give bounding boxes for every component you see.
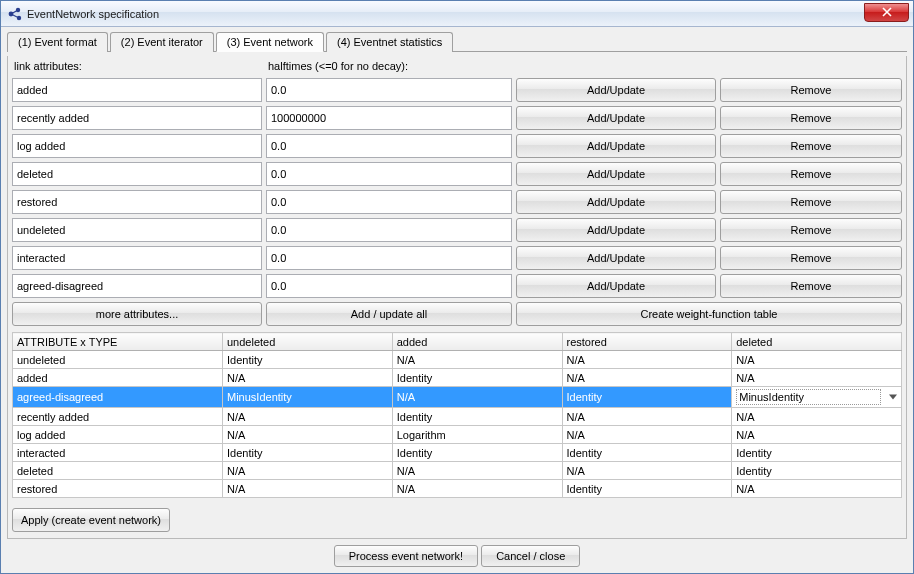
- table-cell[interactable]: Identity: [732, 462, 902, 480]
- table-row[interactable]: agreed-disagreedMinusIdentityN/AIdentity…: [13, 387, 902, 408]
- table-row-header[interactable]: recently added: [13, 408, 223, 426]
- remove-button[interactable]: Remove: [720, 218, 902, 242]
- table-row[interactable]: restoredN/AN/AIdentityN/A: [13, 480, 902, 498]
- table-row[interactable]: interactedIdentityIdentityIdentityIdenti…: [13, 444, 902, 462]
- table-cell[interactable]: N/A: [392, 480, 562, 498]
- tab-eventnet-statistics[interactable]: (4) Eventnet statistics: [326, 32, 453, 52]
- main-window: EventNetwork specification (1) Event for…: [0, 0, 914, 574]
- halftime-input[interactable]: [266, 190, 512, 214]
- table-cell[interactable]: N/A: [562, 462, 732, 480]
- add-update-all-button[interactable]: Add / update all: [266, 302, 512, 326]
- add-update-button[interactable]: Add/Update: [516, 134, 716, 158]
- add-update-button[interactable]: Add/Update: [516, 190, 716, 214]
- table-cell[interactable]: Identity: [562, 387, 732, 408]
- table-cell[interactable]: N/A: [392, 387, 562, 408]
- table-cell[interactable]: N/A: [562, 369, 732, 387]
- table-corner-header[interactable]: ATTRIBUTE x TYPE: [13, 333, 223, 351]
- tab-event-format[interactable]: (1) Event format: [7, 32, 108, 52]
- table-row[interactable]: addedN/AIdentityN/AN/A: [13, 369, 902, 387]
- table-cell[interactable]: Identity: [392, 408, 562, 426]
- create-weight-table-button[interactable]: Create weight-function table: [516, 302, 902, 326]
- table-cell[interactable]: MinusIdentity: [223, 387, 393, 408]
- table-cell[interactable]: N/A: [732, 480, 902, 498]
- more-attributes-button[interactable]: more attributes...: [12, 302, 262, 326]
- table-cell[interactable]: N/A: [392, 351, 562, 369]
- attribute-name-cell: restored: [12, 190, 262, 214]
- table-row-header[interactable]: undeleted: [13, 351, 223, 369]
- tab-event-network[interactable]: (3) Event network: [216, 32, 324, 52]
- add-update-button[interactable]: Add/Update: [516, 274, 716, 298]
- table-cell[interactable]: N/A: [562, 408, 732, 426]
- remove-button[interactable]: Remove: [720, 106, 902, 130]
- table-cell[interactable]: N/A: [732, 408, 902, 426]
- table-cell[interactable]: N/A: [562, 426, 732, 444]
- table-col-header[interactable]: added: [392, 333, 562, 351]
- table-row[interactable]: log addedN/ALogarithmN/AN/A: [13, 426, 902, 444]
- add-update-button[interactable]: Add/Update: [516, 106, 716, 130]
- table-cell[interactable]: Identity: [732, 444, 902, 462]
- add-update-button[interactable]: Add/Update: [516, 246, 716, 270]
- attribute-name-cell: undeleted: [12, 218, 262, 242]
- halftime-input[interactable]: [266, 106, 512, 130]
- table-cell[interactable]: Identity: [562, 480, 732, 498]
- weight-function-combo[interactable]: MinusIdentity: [732, 387, 902, 408]
- table-cell[interactable]: N/A: [562, 351, 732, 369]
- table-cell[interactable]: N/A: [223, 369, 393, 387]
- weight-function-table[interactable]: ATTRIBUTE x TYPE undeleted added restore…: [12, 332, 902, 498]
- table-row[interactable]: deletedN/AN/AN/AIdentity: [13, 462, 902, 480]
- table-row-header[interactable]: added: [13, 369, 223, 387]
- table-cell[interactable]: N/A: [732, 369, 902, 387]
- table-row-header[interactable]: log added: [13, 426, 223, 444]
- tab-event-iterator[interactable]: (2) Event iterator: [110, 32, 214, 52]
- table-cell[interactable]: Logarithm: [392, 426, 562, 444]
- table-cell[interactable]: N/A: [223, 462, 393, 480]
- remove-button[interactable]: Remove: [720, 246, 902, 270]
- apply-button[interactable]: Apply (create event network): [12, 508, 170, 532]
- remove-button[interactable]: Remove: [720, 274, 902, 298]
- table-cell[interactable]: Identity: [392, 444, 562, 462]
- table-cell[interactable]: N/A: [223, 408, 393, 426]
- halftime-input[interactable]: [266, 274, 512, 298]
- add-update-button[interactable]: Add/Update: [516, 78, 716, 102]
- table-cell[interactable]: Identity: [392, 369, 562, 387]
- table-cell[interactable]: N/A: [732, 426, 902, 444]
- window-title: EventNetwork specification: [27, 8, 159, 20]
- table-row-header[interactable]: agreed-disagreed: [13, 387, 223, 408]
- remove-button[interactable]: Remove: [720, 162, 902, 186]
- table-row[interactable]: undeletedIdentityN/AN/AN/A: [13, 351, 902, 369]
- table-cell[interactable]: N/A: [732, 351, 902, 369]
- add-update-button[interactable]: Add/Update: [516, 218, 716, 242]
- remove-button[interactable]: Remove: [720, 78, 902, 102]
- table-cell[interactable]: N/A: [223, 426, 393, 444]
- halftime-input[interactable]: [266, 134, 512, 158]
- table-col-header[interactable]: undeleted: [223, 333, 393, 351]
- table-cell[interactable]: Identity: [223, 444, 393, 462]
- remove-button[interactable]: Remove: [720, 190, 902, 214]
- table-row-header[interactable]: restored: [13, 480, 223, 498]
- table-col-header[interactable]: restored: [562, 333, 732, 351]
- table-row-header[interactable]: interacted: [13, 444, 223, 462]
- halftime-input[interactable]: [266, 218, 512, 242]
- halftime-input[interactable]: [266, 78, 512, 102]
- table-row[interactable]: recently addedN/AIdentityN/AN/A: [13, 408, 902, 426]
- halftime-input[interactable]: [266, 162, 512, 186]
- table-cell[interactable]: N/A: [223, 480, 393, 498]
- table-row-header[interactable]: deleted: [13, 462, 223, 480]
- cancel-button[interactable]: Cancel / close: [481, 545, 580, 567]
- table-cell[interactable]: N/A: [392, 462, 562, 480]
- titlebar[interactable]: EventNetwork specification: [1, 1, 913, 27]
- attribute-name-cell: log added: [12, 134, 262, 158]
- halftime-input[interactable]: [266, 246, 512, 270]
- remove-button[interactable]: Remove: [720, 134, 902, 158]
- attribute-name-cell: recently added: [12, 106, 262, 130]
- add-update-button[interactable]: Add/Update: [516, 162, 716, 186]
- process-button[interactable]: Process event network!: [334, 545, 478, 567]
- table-cell[interactable]: Identity: [562, 444, 732, 462]
- app-icon: [7, 6, 23, 22]
- close-button[interactable]: [864, 3, 909, 22]
- attribute-name-cell: interacted: [12, 246, 262, 270]
- link-attributes-label: link attributes:: [12, 60, 262, 72]
- table-col-header[interactable]: deleted: [732, 333, 902, 351]
- attribute-header-row: link attributes: halftimes (<=0 for no d…: [12, 60, 902, 72]
- table-cell[interactable]: Identity: [223, 351, 393, 369]
